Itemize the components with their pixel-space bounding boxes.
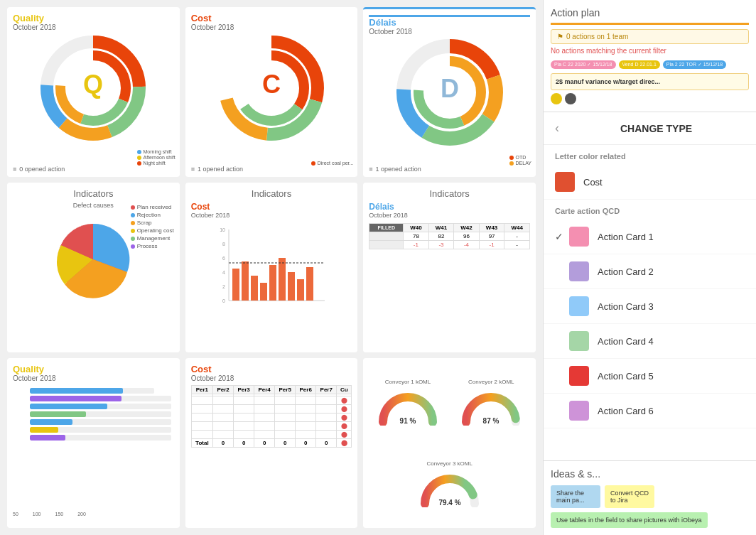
action-card-4-color (569, 331, 589, 351)
cost-table-subtitle: October 2018 (191, 374, 352, 382)
ideas-title: Ideas & s... (551, 468, 749, 480)
cost-table-title: Cost (191, 364, 352, 374)
action-card-4-label: Action Card 4 (598, 336, 745, 347)
svg-rect-32 (232, 269, 239, 301)
cost-table-card: Cost October 2018 Per1Per2Per3Per4Per5Pe… (185, 358, 358, 528)
svg-rect-34 (251, 276, 258, 301)
svg-rect-38 (288, 272, 295, 301)
change-type-panel: ‹ CHANGE TYPE Letter color related Cost … (544, 112, 756, 460)
avatar-2 (565, 93, 576, 104)
svg-text:Q: Q (83, 70, 103, 99)
indicators-quality-card: Indicators Defect causes Plan received R… (7, 183, 180, 352)
indicators-delay-card: Indicators Délais October 2018 FILLED W4… (363, 183, 536, 352)
svg-text:87 %: 87 % (483, 417, 500, 425)
cost-color-box (555, 172, 575, 192)
svg-rect-40 (306, 267, 313, 301)
quality-title: Quality (13, 13, 174, 23)
svg-text:4: 4 (222, 270, 225, 275)
type-item-cost[interactable]: Cost (544, 165, 756, 200)
delay-donut-card: Délais October 2018 D ≡ 1 opened action … (363, 7, 536, 177)
ind-delay-subtitle: October 2018 (369, 212, 530, 219)
svg-rect-35 (260, 283, 267, 301)
svg-rect-39 (297, 279, 304, 301)
svg-text:8: 8 (222, 242, 225, 247)
quality-chart: Q (13, 31, 174, 145)
action-plan-filter: ⚑ 0 actions on 1 team (551, 29, 749, 44)
no-actions-text: No actions matching the current filter (551, 47, 749, 55)
section-label-1: Letter color related (544, 145, 756, 165)
svg-text:6: 6 (222, 256, 225, 261)
type-item-action-card-4[interactable]: ✓ Action Card 4 (544, 324, 756, 359)
action-card-1-label: Action Card 1 (598, 232, 745, 242)
quality-bars-subtitle: October 2018 (13, 374, 174, 382)
delay-footer: ≡ 1 opened action (369, 166, 421, 173)
back-arrow-button[interactable]: ‹ (555, 121, 559, 136)
main-content: Quality October 2018 Q ≡ 0 opened actio (0, 0, 543, 535)
cost-data-table: Per1Per2Per3Per4Per5Per6Per7Cu ⬤ ⬤ ⬤ ⬤ ⬤… (191, 385, 352, 448)
svg-text:2: 2 (222, 284, 225, 289)
pill-2: Vend D 22.01.1 (619, 60, 660, 69)
svg-text:79.4 %: 79.4 % (438, 499, 460, 507)
delay-title: Délais (369, 15, 530, 28)
quality-footer: ≡ 0 opened action (13, 166, 65, 173)
cost-item-label: Cost (583, 177, 745, 188)
check-mark-1: ✓ (555, 231, 563, 242)
delay-table: FILLED W40W41W42W43W44 78829697- -1-3-4-… (369, 223, 530, 249)
type-item-action-card-5[interactable]: ✓ Action Card 5 (544, 359, 756, 394)
gauge-3-label: Conveyor 3 kOML (426, 460, 472, 467)
section-label-2: Carte action QCD (544, 200, 756, 220)
action-card-5-color (569, 366, 589, 386)
svg-text:10: 10 (220, 227, 225, 232)
ind-cost-subtitle: October 2018 (191, 212, 352, 219)
sticky-notes: Share themain pa... Convert QCDto Jira U… (551, 485, 749, 528)
action-card-2-label: Action Card 2 (598, 266, 745, 277)
avatar-1 (551, 93, 562, 104)
indicators-cost-card: Indicators Cost October 2018 0 2 4 6 8 1… (185, 183, 358, 352)
type-item-action-card-2[interactable]: ✓ Action Card 2 (544, 254, 756, 289)
svg-text:D: D (441, 74, 459, 103)
indicators-delay-title: Indicators (369, 188, 530, 199)
quality-bars-title: Quality (13, 364, 174, 374)
preview-card: 2$ manuf variance w/target direc... (551, 73, 749, 90)
delay-chart: D (369, 36, 530, 149)
action-plan-section: Action plan ⚑ 0 actions on 1 team No act… (544, 0, 756, 112)
quality-bars-card: Quality October 2018 50100150200 (7, 358, 180, 528)
gauges-card: Conveyor 1 kOML 91 % Conveyo (363, 358, 536, 528)
type-item-action-card-6[interactable]: ✓ Action Card 6 (544, 394, 756, 428)
action-plan-title: Action plan (551, 7, 749, 18)
svg-rect-37 (279, 258, 286, 301)
change-type-title: CHANGE TYPE (568, 123, 745, 134)
quality-subtitle: October 2018 (13, 23, 174, 31)
action-card-3-label: Action Card 3 (598, 301, 745, 312)
cost-subtitle: October 2018 (191, 23, 352, 31)
cost-title: Cost (191, 13, 352, 23)
gauge-1-label: Conveyor 1 kOML (385, 379, 431, 385)
pill-3: Pla 2 22 TOR ✓ 15/12/18 (663, 60, 726, 69)
indicators-cost-title: Indicators (191, 188, 352, 199)
cost-footer: ≡ 1 opened action (191, 166, 243, 173)
pill-1: Pla C 22 2020 ✓ 15/12/18 (551, 60, 616, 69)
gauge-1: Conveyor 1 kOML 91 % (376, 379, 440, 426)
quality-donut-card: Quality October 2018 Q ≡ 0 opened actio (7, 7, 180, 177)
quality-bar-chart (16, 388, 171, 441)
svg-text:91 %: 91 % (400, 417, 416, 425)
action-card-6-color (569, 401, 589, 421)
svg-rect-36 (269, 265, 276, 301)
svg-text:C: C (262, 70, 281, 99)
sticky-yellow: Convert QCDto Jira (605, 485, 654, 508)
type-item-action-card-3[interactable]: ✓ Action Card 3 (544, 289, 756, 324)
right-panel: Action plan ⚑ 0 actions on 1 team No act… (543, 0, 756, 535)
cost-donut-card: Cost October 2018 C ≡ 1 opened action Di… (185, 7, 358, 177)
sticky-green: Use tables in the field to share picture… (551, 512, 708, 528)
svg-text:0: 0 (222, 298, 225, 303)
action-card-3-color (569, 296, 589, 316)
gauge-2: Conveyor 2 kOML 87 % (459, 379, 523, 426)
sticky-blue: Share themain pa... (551, 485, 600, 508)
ideas-section: Ideas & s... Share themain pa... Convert… (544, 460, 756, 535)
type-item-action-card-1[interactable]: ✓ Action Card 1 (544, 220, 756, 254)
action-card-6-label: Action Card 6 (598, 406, 745, 416)
action-card-2-color (569, 261, 589, 281)
gauge-2-label: Conveyor 2 kOML (468, 379, 514, 385)
gauge-3: Conveyor 3 kOML 79.4 % (418, 460, 482, 507)
cost-chart: C (191, 31, 352, 145)
